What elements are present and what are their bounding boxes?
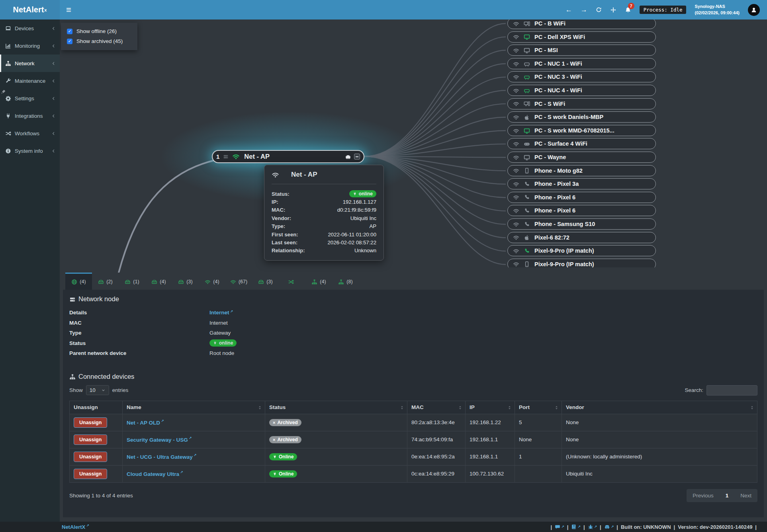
network-hw-tab[interactable]: (3) <box>252 273 279 290</box>
device-node[interactable]: Phone - Pixel 3a <box>507 178 656 189</box>
device-node[interactable]: PC - Dell XPS WiFi <box>507 31 656 43</box>
device-node[interactable]: PC - NUC 3 - WiFi <box>507 71 656 82</box>
wifi-icon <box>513 234 519 241</box>
column-header[interactable]: Port <box>515 401 562 414</box>
device-node[interactable]: PC - NUC 4 - WiFi <box>507 85 656 96</box>
sidebar-item[interactable]: Devices <box>0 19 60 37</box>
network-hw-tab[interactable]: (67) <box>225 273 252 290</box>
sidebar-item[interactable]: Maintenance <box>0 72 60 90</box>
chevron-left-icon <box>51 43 56 49</box>
network-hw-tab[interactable]: (2) <box>92 273 119 290</box>
page-size-select[interactable]: 10 <box>86 385 109 395</box>
rocket-icon[interactable] <box>1 88 6 95</box>
show-archived-toggle[interactable]: ✓ Show archived (45) <box>61 36 137 46</box>
column-header[interactable]: Name <box>123 401 265 414</box>
refresh-icon[interactable] <box>596 7 602 13</box>
details-link[interactable]: Internet↗ <box>209 310 233 316</box>
discord-link[interactable]: ↗ <box>604 524 614 530</box>
chat-link[interactable]: ↗ <box>555 524 564 530</box>
sidebar-item[interactable]: Network <box>0 55 60 72</box>
device-link[interactable]: Cloud Gateway Ultra↗ <box>127 471 183 477</box>
network-map[interactable]: PC - B WiFi PC - Dell XPS WiFi PC - MSI … <box>60 19 767 273</box>
device-node[interactable]: Phone - Samsung S10 <box>507 218 656 230</box>
device-link[interactable]: Net - UCG - Ultra Gateway↗ <box>127 454 196 460</box>
network-hw-tab[interactable]: (4) <box>305 273 332 290</box>
footer-brand-link[interactable]: NetAlertX↗ <box>62 524 89 530</box>
node-label: Net - AP <box>244 153 270 160</box>
device-node[interactable]: PC - S WiFi <box>507 98 656 109</box>
show-offline-toggle[interactable]: ✓ Show offline (26) <box>61 26 137 36</box>
sidebar-item[interactable]: Workflows <box>0 125 60 142</box>
notifications-bell-icon[interactable]: 7 <box>625 7 631 13</box>
next-page-button[interactable]: Next <box>734 489 757 502</box>
device-link[interactable]: Security Gateway - USG↗ <box>127 437 192 443</box>
device-name: PC - S work Daniels-MBP <box>534 114 603 120</box>
tooltip-row: MAC: d0:21:f9:8c:59:f9 d0:21:f9:8c:59:f9… <box>272 206 376 214</box>
device-node[interactable]: PC - Surface 4 WiFi <box>507 138 656 149</box>
device-node[interactable]: Phone - Pixel 6 <box>507 205 656 216</box>
current-page[interactable]: 1 <box>720 489 735 502</box>
online-badge: online <box>349 190 376 197</box>
table-row: Unassign Cloud Gateway Ultra↗ ×Online On… <box>70 465 757 482</box>
user-avatar[interactable] <box>748 4 760 16</box>
unassign-button[interactable]: Unassign <box>74 469 107 479</box>
device-node[interactable]: PC - MSI <box>507 45 656 56</box>
column-header[interactable]: MAC <box>407 401 466 414</box>
device-node[interactable]: Pixel-9-Pro (IP match) <box>507 259 656 267</box>
device-node[interactable]: PC - NUC 1 - WiFi <box>507 58 656 69</box>
server-icon <box>69 295 76 303</box>
sidebar-item[interactable]: Settings <box>0 90 60 107</box>
column-header[interactable]: Vendor <box>562 401 757 414</box>
sidebar-item[interactable]: System info <box>0 142 60 160</box>
network-hw-tab[interactable]: (1) <box>119 273 145 290</box>
docs-link[interactable]: ↗ <box>571 524 581 530</box>
unassign-button[interactable]: Unassign <box>74 452 107 462</box>
sidebar-toggle-icon[interactable]: ≡ <box>66 0 71 19</box>
device-type-icon <box>524 180 530 187</box>
device-node[interactable]: Phone - Moto g82 <box>507 165 656 176</box>
previous-page-button[interactable]: Previous <box>687 489 720 502</box>
bug-report-link[interactable]: ↗ <box>588 524 597 530</box>
device-node[interactable]: PC - S work MMD-67082015... <box>507 125 656 136</box>
device-node[interactable]: Pixel-9-Pro (IP match) <box>507 245 656 256</box>
selected-network-node[interactable]: 1 Net - AP <box>212 150 364 163</box>
wifi-icon <box>513 154 519 161</box>
network-hw-tab[interactable] <box>279 273 305 290</box>
network-hw-tab[interactable]: (4) <box>199 273 225 290</box>
move-icon[interactable] <box>610 7 616 13</box>
tooltip-row: Last seen: 2026-02-02 08:57:22 2026-02-0… <box>272 238 376 246</box>
column-header[interactable]: Unassign <box>70 401 123 414</box>
column-header[interactable]: Status <box>265 401 407 414</box>
unassign-button[interactable]: Unassign <box>74 435 107 445</box>
app-logo[interactable]: NetAlertx <box>0 0 60 19</box>
forward-button[interactable]: → <box>581 6 587 14</box>
collapse-node-button[interactable] <box>354 154 360 160</box>
device-name: PC - S work MMD-67082015... <box>534 127 614 134</box>
checkbox-checked-icon[interactable]: ✓ <box>67 29 72 34</box>
chevron-left-icon <box>51 148 56 154</box>
vendor-cell: Ubiquiti Inc <box>562 465 757 482</box>
wifi-icon <box>513 33 519 41</box>
back-button[interactable]: ← <box>565 6 572 14</box>
device-node[interactable]: PC - B WiFi <box>507 19 656 29</box>
topology-edges <box>60 19 767 273</box>
network-hw-tab[interactable]: (8) <box>332 273 359 290</box>
device-node[interactable]: Pixel-6 82:72 <box>507 232 656 243</box>
mac-cell: 0e:ea:14:e8:95:2a <box>407 448 466 465</box>
sidebar-item[interactable]: Monitoring <box>0 37 60 55</box>
network-hw-tab[interactable]: (4) <box>145 273 172 290</box>
unassign-button[interactable]: Unassign <box>74 417 107 428</box>
table-summary: Showing 1 to 4 of 4 entries <box>69 493 133 499</box>
device-node[interactable]: Phone - Pixel 6 <box>507 192 656 203</box>
device-link[interactable]: Net - AP OLD↗ <box>127 420 164 426</box>
column-header[interactable]: IP <box>466 401 515 414</box>
device-node[interactable]: PC - S work Daniels-MBP <box>507 111 656 123</box>
node-detail-row: Type Gateway Gateway Gateway↗ <box>69 328 757 338</box>
network-hw-tab[interactable]: (4) <box>65 273 92 290</box>
sidebar-item[interactable]: Integrations <box>0 107 60 125</box>
network-hw-tab[interactable]: (3) <box>172 273 199 290</box>
tab-content-panel: Network node Details Internet Internet I… <box>63 290 764 517</box>
device-node[interactable]: PC - Wayne <box>507 152 656 163</box>
search-input[interactable] <box>706 385 757 396</box>
checkbox-checked-icon[interactable]: ✓ <box>67 39 72 44</box>
